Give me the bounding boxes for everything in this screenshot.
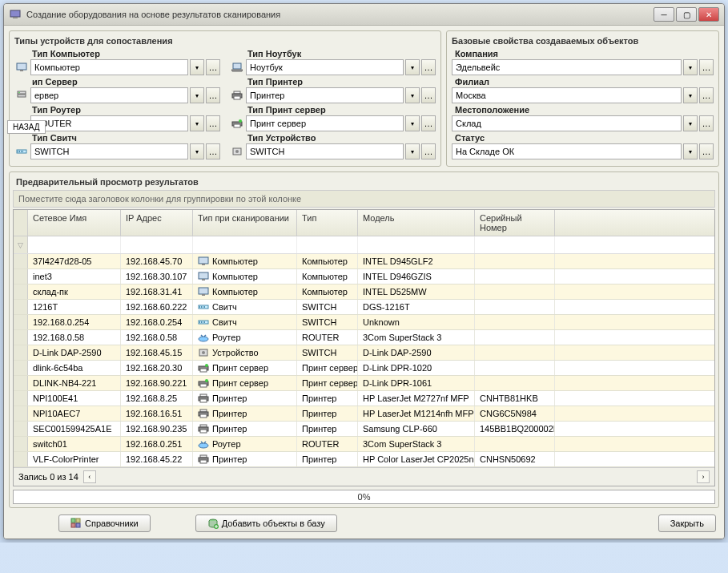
- type-lookup-printer[interactable]: …: [421, 87, 436, 103]
- type-dropdown-notebook[interactable]: ▾: [405, 59, 420, 75]
- filter-serial[interactable]: [475, 236, 555, 253]
- row-selector[interactable]: [14, 330, 28, 345]
- type-dropdown-switch[interactable]: ▾: [190, 143, 204, 159]
- table-row[interactable]: NPI100E41 192.168.8.25 Принтер Принтер H…: [14, 391, 714, 406]
- type-dropdown-device[interactable]: ▾: [405, 143, 420, 159]
- type-lookup-device[interactable]: …: [421, 143, 436, 159]
- type-combo-switch[interactable]: SWITCH: [30, 143, 188, 159]
- nav-prev-button[interactable]: ‹: [83, 470, 96, 483]
- row-selector[interactable]: [14, 376, 28, 390]
- prop-dropdown-status[interactable]: ▾: [683, 143, 698, 159]
- table-row[interactable]: склад-пк 192.168.31.41 Компьютер Компьют…: [14, 284, 714, 300]
- nav-next-button[interactable]: ›: [697, 470, 710, 483]
- table-row[interactable]: 192.168.0.254 192.168.0.254 Свитч SWITCH…: [14, 315, 714, 330]
- maximize-button[interactable]: ▢: [676, 7, 697, 22]
- table-row[interactable]: DLINK-NB4-221 192.168.90.221 Принт серве…: [14, 376, 714, 391]
- add-to-db-button[interactable]: Добавить объекты в базу: [195, 514, 337, 532]
- row-selector[interactable]: [14, 345, 28, 360]
- row-selector[interactable]: [14, 406, 28, 421]
- type-dropdown-printer[interactable]: ▾: [405, 87, 420, 103]
- table-row[interactable]: inet3 192.168.30.107 Компьютер Компьютер…: [14, 269, 714, 284]
- table-row[interactable]: switch01 192.168.0.251 Роутер ROUTER 3Co…: [14, 437, 714, 452]
- type-combo-printer[interactable]: Принтер: [246, 87, 404, 103]
- references-button[interactable]: Справочники: [58, 514, 151, 532]
- row-selector-header[interactable]: [14, 210, 28, 236]
- prop-combo-location[interactable]: Склад: [452, 115, 682, 131]
- prop-lookup-branch[interactable]: …: [699, 87, 714, 103]
- svg-rect-23: [202, 264, 205, 265]
- column-header-ip[interactable]: IP Адрес: [121, 210, 193, 236]
- prop-dropdown-company[interactable]: ▾: [683, 59, 698, 75]
- type-lookup-notebook[interactable]: …: [421, 59, 436, 75]
- minimize-button[interactable]: ─: [654, 7, 674, 22]
- row-selector[interactable]: [14, 300, 28, 314]
- type-dropdown-server[interactable]: ▾: [190, 87, 204, 103]
- row-selector[interactable]: [14, 254, 28, 268]
- table-row[interactable]: dlink-6c54ba 192.168.20.30 Принт сервер …: [14, 361, 714, 376]
- server-icon: [14, 89, 29, 102]
- type-label-notebook: Тип Ноутбук: [230, 49, 436, 59]
- cell-ip: 192.168.0.254: [121, 315, 193, 329]
- group-hint[interactable]: Поместите сюда заголовок колонки для гру…: [13, 190, 715, 208]
- prop-lookup-company[interactable]: …: [699, 59, 714, 75]
- type-combo-router[interactable]: ROUTER: [30, 115, 188, 131]
- cell-serial: [475, 284, 555, 299]
- type-combo-server[interactable]: ервер: [30, 87, 188, 103]
- table-row[interactable]: D-Link DAP-2590 192.168.45.15 Устройство…: [14, 345, 714, 361]
- close-window-button[interactable]: ✕: [698, 7, 719, 22]
- type-combo-computer[interactable]: Компьютер: [30, 59, 188, 75]
- cell-ip: 192.168.31.41: [121, 284, 193, 299]
- column-header-name[interactable]: Сетевое Имя: [28, 210, 121, 236]
- cell-ip: 192.168.30.107: [121, 269, 193, 284]
- table-row[interactable]: 37l4247d28-05 192.168.45.70 Компьютер Ко…: [14, 254, 714, 269]
- svg-point-14: [239, 119, 242, 123]
- column-header-model[interactable]: Модель: [358, 210, 475, 236]
- filter-scantype[interactable]: [193, 236, 297, 253]
- type-lookup-server[interactable]: …: [206, 87, 220, 103]
- column-header-serial[interactable]: Серийный Номер: [475, 210, 555, 236]
- column-header-type[interactable]: Тип: [297, 210, 358, 236]
- close-button[interactable]: Закрыть: [658, 514, 716, 532]
- table-row[interactable]: 192.168.0.58 192.168.0.58 Роутер ROUTER …: [14, 330, 714, 345]
- device-icon: [230, 145, 244, 158]
- filter-model[interactable]: [358, 236, 475, 253]
- row-selector[interactable]: [14, 422, 28, 436]
- table-row[interactable]: NPI10AEC7 192.168.16.51 Принтер Принтер …: [14, 406, 714, 422]
- row-selector[interactable]: [14, 315, 28, 329]
- prop-dropdown-branch[interactable]: ▾: [683, 87, 698, 103]
- type-dropdown-computer[interactable]: ▾: [190, 59, 204, 75]
- filter-icon[interactable]: ▽: [14, 236, 28, 253]
- table-row[interactable]: 1216T 192.168.60.222 Свитч SWITCH DGS-12…: [14, 300, 714, 315]
- type-lookup-printserver[interactable]: …: [421, 115, 436, 131]
- row-selector[interactable]: [14, 284, 28, 299]
- titlebar[interactable]: Создание оборудования на основе результа…: [4, 4, 724, 26]
- cell-model: INTEL D946GZIS: [358, 269, 475, 284]
- table-row[interactable]: SEC001599425A1E 192.168.90.235 Принтер П…: [14, 422, 714, 437]
- svg-rect-52: [200, 414, 207, 418]
- prop-lookup-status[interactable]: …: [699, 143, 714, 159]
- filter-ip[interactable]: [121, 236, 193, 253]
- prop-combo-status[interactable]: На Складе ОК: [452, 143, 682, 159]
- type-lookup-switch[interactable]: …: [206, 143, 220, 159]
- row-selector[interactable]: [14, 452, 28, 466]
- row-selector[interactable]: [14, 437, 28, 451]
- prop-dropdown-location[interactable]: ▾: [683, 115, 698, 131]
- type-combo-notebook[interactable]: Ноутбук: [246, 59, 404, 75]
- computer-icon: [14, 61, 29, 74]
- prop-lookup-location[interactable]: …: [699, 115, 714, 131]
- type-lookup-router[interactable]: …: [206, 115, 220, 131]
- row-selector[interactable]: [14, 269, 28, 284]
- filter-type[interactable]: [297, 236, 358, 253]
- type-lookup-computer[interactable]: …: [206, 59, 220, 75]
- prop-combo-company[interactable]: Эдельвейс: [452, 59, 682, 75]
- type-combo-device[interactable]: SWITCH: [246, 143, 404, 159]
- type-dropdown-printserver[interactable]: ▾: [405, 115, 420, 131]
- column-header-scantype[interactable]: Тип при сканировании: [193, 210, 297, 236]
- table-row[interactable]: VLF-ColorPrinter 192.168.45.22 Принтер П…: [14, 452, 714, 467]
- row-selector[interactable]: [14, 361, 28, 375]
- type-dropdown-router[interactable]: ▾: [190, 115, 204, 131]
- filter-name[interactable]: [28, 236, 121, 253]
- row-selector[interactable]: [14, 391, 28, 406]
- type-combo-printserver[interactable]: Принт сервер: [246, 115, 404, 131]
- prop-combo-branch[interactable]: Москва: [452, 87, 682, 103]
